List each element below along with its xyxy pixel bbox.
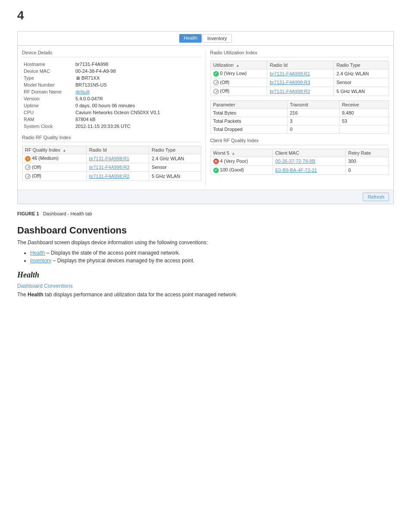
- sort-icon-client: ▲: [231, 151, 235, 156]
- col-client-mac: Client MAC: [272, 149, 345, 157]
- label-version: Version: [22, 95, 74, 102]
- rf-status-3: (Off): [22, 172, 87, 181]
- col-receive: Receive: [339, 100, 389, 109]
- figure-caption: FIGURE 1 Dashboard - Health tab: [17, 211, 394, 216]
- table-row: Total Packets 3 53: [210, 117, 389, 125]
- client-mac-link-2[interactable]: E0-B9-BA-4F-72-21: [275, 168, 317, 173]
- inventory-desc: – Displays the physical devices managed …: [53, 258, 195, 264]
- col-radio-id-util: Radio Id: [267, 61, 334, 69]
- label-clock: System Clock: [22, 123, 74, 130]
- tab-health[interactable]: Health: [179, 34, 202, 43]
- util-radio-type-3: 5 GHz WLAN: [333, 87, 389, 96]
- rx-bytes: 9,480: [339, 109, 389, 117]
- col-radio-type-util: Radio Type: [333, 61, 389, 69]
- section-heading: Dashboard Conventions: [17, 225, 394, 236]
- table-row: Type 🖥 BR71XX: [22, 75, 201, 81]
- col-parameter: Parameter: [210, 100, 287, 109]
- util-radio-id-3: br7131-F4A998:R2: [267, 87, 334, 96]
- radio-id-link-1[interactable]: br7131-F4A998:R1: [89, 156, 130, 161]
- label-cpu: CPU: [22, 109, 74, 116]
- col-retry-rate: Retry Rate: [346, 149, 389, 157]
- inventory-link[interactable]: Inventory: [30, 258, 51, 264]
- rf-radio-type-3: 5 GHz WLAN: [149, 172, 201, 181]
- health-link[interactable]: Health: [30, 250, 45, 256]
- client-rf-quality-table: Worst 5 ▲ Client MAC Retry Rate ✕ 4 (Ver…: [210, 149, 389, 175]
- table-row: RF Domain Name default: [22, 88, 201, 95]
- util-radio-type-2: Sensor: [333, 78, 389, 87]
- table-row: ! 46 (Medium) br7131-F4A998:R1 2.4 GHz W…: [22, 154, 201, 163]
- slash-icon-util-2: [213, 89, 219, 94]
- status-green-icon-2: ✓: [213, 168, 219, 173]
- label-device-mac: Device MAC: [22, 68, 74, 75]
- client-status-1: ✕ 4 (Very Poor): [210, 157, 272, 166]
- intro-text: The Dashboard screen displays device inf…: [17, 240, 394, 246]
- health-subheading: Health: [17, 271, 394, 280]
- rf-radio-type-1: 2.4 GHz WLAN: [149, 154, 201, 163]
- radio-utilization-table: Utilization ▲ Radio Id Radio Type ✓ 0 (V…: [210, 61, 389, 96]
- util-status-2: (Off): [210, 78, 267, 87]
- type-icon: 🖥: [75, 75, 81, 81]
- list-item-inventory: Inventory – Displays the physical device…: [30, 258, 394, 264]
- refresh-bar: Refresh: [18, 190, 393, 204]
- refresh-button[interactable]: Refresh: [363, 193, 389, 201]
- sort-icon: ▲: [62, 148, 66, 152]
- ui-content: Device Details Hostname br7131-F4A998 De…: [18, 46, 393, 190]
- radio-id-link-3[interactable]: br7131-F4A998:R2: [89, 174, 130, 179]
- device-details-table: Hostname br7131-F4A998 Device MAC 00-24-…: [22, 61, 201, 130]
- radio-id-link-2[interactable]: br7131-F4A998:R3: [89, 165, 130, 170]
- table-row: ✓ 0 (Very Low) br7131-F4A998:R1 2.4 GHz …: [210, 69, 389, 78]
- right-panel: Radio Utilization Index Utilization ▲ Ra…: [206, 50, 389, 185]
- health-suffix: tab displays performance and utilization…: [45, 292, 237, 298]
- table-row: Hostname br7131-F4A998: [22, 61, 201, 68]
- table-row: Device MAC 00-24-38-F4-A9-98: [22, 68, 201, 75]
- breadcrumb-link[interactable]: Dashboard Conventions: [17, 283, 73, 289]
- value-hostname: br7131-F4A998: [74, 61, 201, 68]
- table-row: ✕ 4 (Very Poor) 00-26-37-72-78-8B 300: [210, 157, 389, 166]
- label-rf-domain: RF Domain Name: [22, 88, 74, 95]
- table-row: Total Bytes 216 9,480: [210, 109, 389, 117]
- traffic-stats-table: Parameter Transmit Receive Total Bytes 2…: [210, 100, 389, 134]
- rf-radio-id-3: br7131-F4A998:R2: [86, 172, 149, 181]
- tx-packets: 3: [287, 117, 339, 125]
- value-type: 🖥 BR71XX: [74, 75, 201, 81]
- client-mac-link-1[interactable]: 00-26-37-72-78-8B: [275, 159, 315, 164]
- tx-bytes: 216: [287, 109, 339, 117]
- radio-utilization-title: Radio Utilization Index: [210, 50, 389, 57]
- tabs-bar: Health Inventory: [18, 31, 393, 46]
- slash-icon-1: [25, 165, 31, 170]
- left-panel: Device Details Hostname br7131-F4A998 De…: [22, 50, 206, 185]
- col-utilization: Utilization ▲: [210, 61, 267, 69]
- util-status-1: ✓ 0 (Very Low): [210, 69, 267, 78]
- client-mac-2: E0-B9-BA-4F-72-21: [272, 166, 345, 175]
- col-radio-id: Radio Id: [86, 146, 149, 154]
- rx-packets: 53: [339, 117, 389, 125]
- rf-domain-link[interactable]: default: [75, 89, 90, 94]
- rf-radio-type-2: Sensor: [149, 163, 201, 172]
- health-bold: Health: [28, 292, 44, 298]
- device-details-title: Device Details: [22, 50, 201, 57]
- slash-icon-2: [25, 174, 31, 179]
- rf-radio-id-2: br7131-F4A998:R3: [86, 163, 149, 172]
- util-radio-type-1: 2.4 GHz WLAN: [333, 69, 389, 78]
- client-retry-2: 0: [346, 166, 389, 175]
- value-clock: 2012-11-15 20:33:26 UTC: [74, 123, 201, 130]
- value-uptime: 0 days, 00 hours 06 minutes: [74, 102, 201, 109]
- param-packets: Total Packets: [210, 117, 287, 125]
- status-red-icon: ✕: [213, 159, 219, 164]
- util-radio-link-1[interactable]: br7131-F4A998:R1: [270, 71, 310, 76]
- status-green-icon-1: ✓: [213, 71, 219, 77]
- col-rf-quality: RF Quality Index ▲: [22, 146, 87, 154]
- table-row: CPU Cavium Networks Octeon CN50XX V0.1: [22, 109, 201, 116]
- util-radio-link-3[interactable]: br7131-F4A998:R2: [270, 89, 310, 94]
- util-radio-id-2: br7131-F4A998:R3: [267, 78, 334, 87]
- slash-icon-util-1: [213, 80, 219, 85]
- util-radio-link-2[interactable]: br7131-F4A998:R3: [270, 80, 310, 85]
- value-device-mac: 00-24-38-F4-A9-98: [74, 68, 201, 75]
- param-bytes: Total Bytes: [210, 109, 287, 117]
- rf-status-1: ! 46 (Medium): [22, 154, 87, 163]
- value-rf-domain: default: [74, 88, 201, 95]
- value-version: 5.4.0.0-047R: [74, 95, 201, 102]
- col-worst5: Worst 5 ▲: [210, 149, 272, 157]
- tab-inventory[interactable]: Inventory: [202, 34, 231, 43]
- label-type: Type: [22, 75, 74, 81]
